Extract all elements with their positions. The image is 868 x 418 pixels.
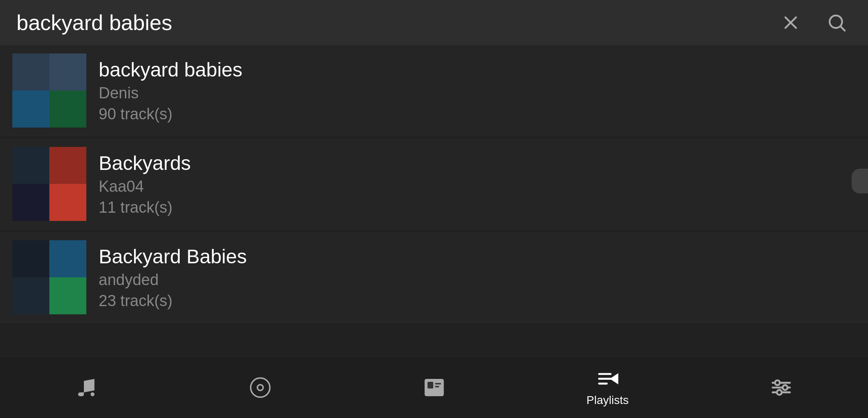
result-tracks: 90 track(s) <box>99 105 243 123</box>
result-name: Backyards <box>99 152 191 174</box>
album-thumb <box>49 277 86 314</box>
svg-point-4 <box>90 392 94 396</box>
album-collage <box>12 53 86 128</box>
bottom-nav: Playlists <box>0 356 868 418</box>
svg-marker-14 <box>611 375 617 383</box>
results-list: backyard babies Denis 90 track(s) Backya… <box>0 45 868 356</box>
playlists-label: Playlists <box>586 394 629 407</box>
svg-line-3 <box>841 27 845 30</box>
search-icon <box>826 12 847 33</box>
result-owner: Denis <box>99 84 243 102</box>
album-thumb <box>12 240 49 277</box>
list-item[interactable]: Backyard Babies andyded 23 track(s) <box>0 232 868 323</box>
result-name: Backyard Babies <box>99 245 247 268</box>
svg-point-6 <box>257 385 263 390</box>
result-info: backyard babies Denis 90 track(s) <box>99 58 243 123</box>
nav-item-settings[interactable] <box>694 357 868 418</box>
result-owner: andyded <box>99 271 247 289</box>
album-thumb <box>12 91 49 128</box>
library-icon <box>423 376 446 399</box>
search-bar <box>0 0 868 45</box>
list-item[interactable]: Backyards Kaa04 11 track(s) <box>0 139 868 230</box>
result-owner: Kaa04 <box>99 178 191 195</box>
playlist-icon <box>596 368 619 391</box>
result-info: Backyard Babies andyded 23 track(s) <box>99 245 247 310</box>
album-thumb <box>49 91 86 128</box>
nav-item-playlists[interactable]: Playlists <box>521 357 694 418</box>
scroll-indicator <box>852 169 868 193</box>
album-thumb <box>12 277 49 314</box>
svg-rect-8 <box>427 382 433 388</box>
album-thumb <box>12 184 49 221</box>
album-thumb <box>49 184 86 221</box>
svg-point-5 <box>251 378 270 397</box>
sliders-icon <box>770 376 793 399</box>
nav-item-player[interactable] <box>174 357 347 418</box>
disc-icon <box>249 376 272 399</box>
album-thumb <box>12 147 49 184</box>
result-tracks: 11 track(s) <box>99 199 191 216</box>
search-button[interactable] <box>822 8 852 37</box>
album-thumb <box>49 147 86 184</box>
svg-point-20 <box>777 390 782 395</box>
svg-point-18 <box>775 380 780 385</box>
close-icon <box>780 12 801 33</box>
album-collage <box>12 147 86 221</box>
music-note-icon <box>75 376 98 399</box>
album-thumb <box>12 53 49 91</box>
album-thumb <box>49 240 86 277</box>
svg-rect-7 <box>424 379 444 396</box>
nav-item-music[interactable] <box>0 357 174 418</box>
search-input[interactable] <box>16 10 776 35</box>
clear-button[interactable] <box>776 8 806 37</box>
svg-point-2 <box>830 16 842 28</box>
album-collage <box>12 240 86 314</box>
result-name: backyard babies <box>99 58 243 81</box>
list-item[interactable]: backyard babies Denis 90 track(s) <box>0 45 868 136</box>
result-info: Backyards Kaa04 11 track(s) <box>99 152 191 216</box>
nav-item-library[interactable] <box>347 357 521 418</box>
result-tracks: 23 track(s) <box>99 292 247 310</box>
album-thumb <box>49 53 86 91</box>
svg-point-19 <box>782 385 787 390</box>
